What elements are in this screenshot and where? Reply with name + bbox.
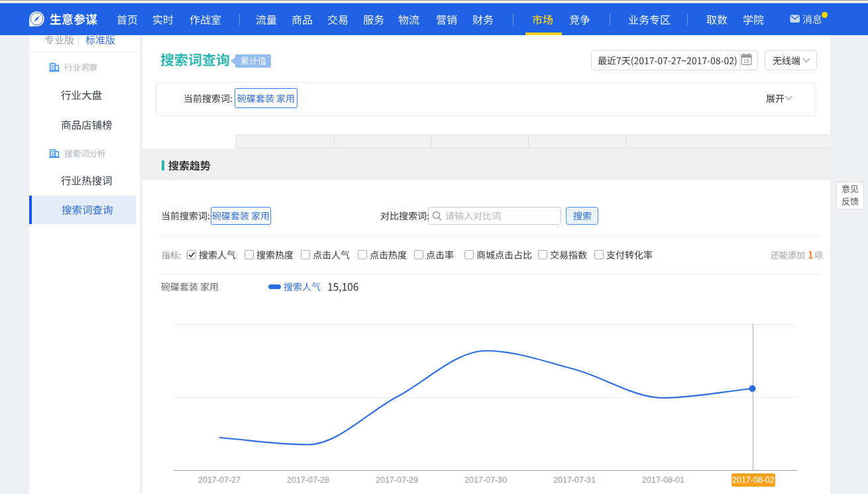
svg-text:15: 15 xyxy=(743,58,750,64)
